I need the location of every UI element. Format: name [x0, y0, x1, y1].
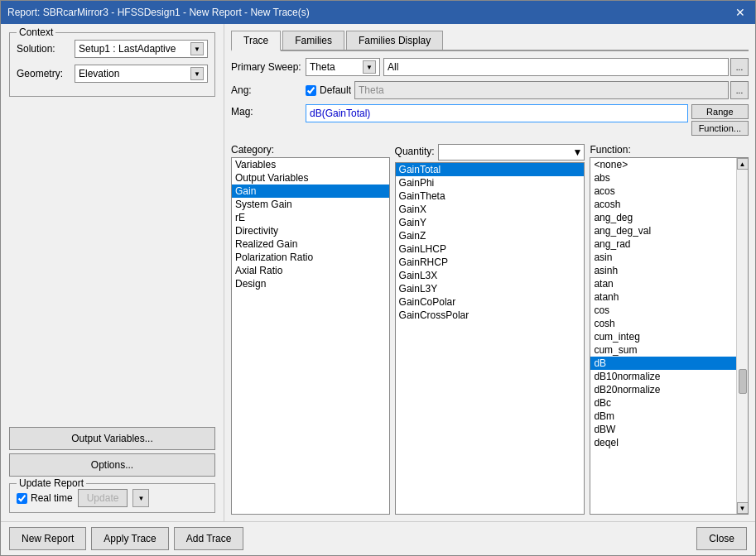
- ang-dots-button[interactable]: ...: [730, 81, 749, 99]
- close-button[interactable]: Close: [696, 527, 747, 550]
- list-item[interactable]: GainCrossPolar: [396, 309, 585, 322]
- list-item[interactable]: dBc: [590, 396, 736, 410]
- primary-sweep-all-field[interactable]: All: [383, 58, 729, 76]
- list-item[interactable]: Polarization Ratio: [232, 251, 389, 264]
- quantity-section: Quantity: ▼ GainTotalGainPhiGainThetaGai…: [395, 144, 585, 515]
- ang-default-checkbox[interactable]: [306, 85, 316, 96]
- list-item[interactable]: Output Variables: [232, 171, 389, 185]
- category-list[interactable]: VariablesOutput VariablesGainSystem Gain…: [232, 158, 389, 514]
- quantity-combo[interactable]: ▼: [438, 144, 585, 161]
- list-item[interactable]: cos: [590, 304, 736, 317]
- category-section: Category: VariablesOutput VariablesGainS…: [231, 144, 390, 515]
- scroll-thumb[interactable]: [739, 369, 747, 394]
- geometry-value: Elevation: [79, 68, 119, 79]
- list-item[interactable]: GainTotal: [396, 163, 585, 176]
- list-item[interactable]: dBm: [590, 410, 736, 423]
- output-variables-button[interactable]: Output Variables...: [9, 427, 215, 450]
- mag-field[interactable]: dB(GainTotal): [306, 104, 688, 122]
- list-item[interactable]: Axial Ratio: [232, 264, 389, 277]
- scroll-up-arrow[interactable]: ▲: [737, 158, 749, 170]
- update-button[interactable]: Update: [78, 489, 128, 507]
- solution-combo-arrow[interactable]: ▼: [190, 42, 204, 55]
- list-item[interactable]: dB: [590, 357, 736, 370]
- quantity-list[interactable]: GainTotalGainPhiGainThetaGainXGainYGainZ…: [396, 163, 585, 514]
- realtime-checkbox-label[interactable]: Real time: [17, 492, 73, 504]
- solution-combo[interactable]: Setup1 : LastAdaptive ▼: [75, 40, 208, 58]
- geometry-combo[interactable]: Elevation ▼: [75, 65, 208, 83]
- apply-trace-button[interactable]: Apply Trace: [91, 527, 168, 550]
- options-button[interactable]: Options...: [9, 453, 215, 477]
- list-item[interactable]: System Gain: [232, 198, 389, 211]
- mag-row: Mag: dB(GainTotal) Range Function...: [231, 104, 749, 136]
- primary-sweep-dots-button[interactable]: ...: [730, 58, 749, 76]
- list-item[interactable]: ang_rad: [590, 237, 736, 251]
- list-item[interactable]: Variables: [232, 158, 389, 171]
- list-item[interactable]: atan: [590, 277, 736, 290]
- list-item[interactable]: GainL3X: [396, 269, 585, 282]
- new-report-button[interactable]: New Report: [9, 527, 86, 550]
- list-item[interactable]: GainPhi: [396, 176, 585, 189]
- function-label: Function:: [590, 144, 749, 156]
- ang-default-checkbox-label[interactable]: Default: [306, 84, 351, 96]
- ang-default-label: Default: [320, 84, 351, 96]
- bottom-bar: New Report Apply Trace Add Trace Close: [1, 521, 755, 555]
- list-item[interactable]: atanh: [590, 290, 736, 304]
- primary-sweep-combo[interactable]: Theta ▼: [306, 58, 380, 76]
- primary-sweep-value: Theta: [310, 61, 335, 73]
- tab-families[interactable]: Families: [282, 31, 344, 50]
- geometry-label: Geometry:: [17, 68, 75, 79]
- list-item[interactable]: GainZ: [396, 229, 585, 242]
- tab-trace[interactable]: Trace: [231, 31, 281, 51]
- list-item[interactable]: rE: [232, 211, 389, 224]
- list-item[interactable]: asinh: [590, 264, 736, 277]
- primary-sweep-all-value: All: [388, 61, 398, 73]
- function-section: Function: <none>absacosacoshang_degang_d…: [590, 144, 749, 515]
- list-item[interactable]: Gain: [232, 185, 389, 198]
- close-icon[interactable]: ✕: [732, 6, 749, 19]
- solution-value: Setup1 : LastAdaptive: [79, 43, 176, 55]
- list-item[interactable]: GainL3Y: [396, 282, 585, 295]
- list-item[interactable]: asin: [590, 251, 736, 264]
- list-item[interactable]: cum_integ: [590, 330, 736, 343]
- list-item[interactable]: GainCoPolar: [396, 295, 585, 309]
- mag-value: dB(GainTotal): [310, 108, 370, 119]
- list-item[interactable]: GainY: [396, 216, 585, 229]
- list-item[interactable]: Directivity: [232, 224, 389, 237]
- quantity-header: Quantity: ▼: [395, 144, 585, 161]
- list-item[interactable]: acosh: [590, 198, 736, 211]
- quantity-list-wrapper: GainTotalGainPhiGainThetaGainXGainYGainZ…: [395, 162, 585, 515]
- list-item[interactable]: Design: [232, 277, 389, 290]
- list-item[interactable]: GainRHCP: [396, 256, 585, 269]
- function-list[interactable]: <none>absacosacoshang_degang_deg_valang_…: [590, 158, 736, 514]
- ang-field-value: Theta: [359, 84, 384, 96]
- list-item[interactable]: ang_deg_val: [590, 224, 736, 237]
- update-dropdown-arrow[interactable]: ▼: [132, 489, 149, 507]
- geometry-combo-arrow[interactable]: ▼: [190, 67, 204, 80]
- category-label: Category:: [231, 144, 390, 156]
- range-button[interactable]: Range: [691, 104, 749, 119]
- list-item[interactable]: dB10normalize: [590, 370, 736, 383]
- list-item[interactable]: GainX: [396, 203, 585, 216]
- realtime-checkbox[interactable]: [17, 493, 27, 504]
- tab-families-display[interactable]: Families Display: [346, 31, 443, 50]
- quantity-combo-arrow[interactable]: ▼: [573, 146, 583, 158]
- right-panel: Trace Families Families Display Primary …: [224, 24, 755, 521]
- list-item[interactable]: deqel: [590, 436, 736, 449]
- primary-sweep-arrow[interactable]: ▼: [363, 60, 376, 74]
- add-trace-button[interactable]: Add Trace: [174, 527, 244, 550]
- list-item[interactable]: dBW: [590, 423, 736, 436]
- category-list-wrapper: VariablesOutput VariablesGainSystem Gain…: [231, 157, 390, 515]
- function-button[interactable]: Function...: [691, 121, 749, 136]
- list-item[interactable]: cosh: [590, 317, 736, 330]
- list-item[interactable]: GainTheta: [396, 189, 585, 203]
- list-item[interactable]: GainLHCP: [396, 242, 585, 256]
- list-item[interactable]: cum_sum: [590, 343, 736, 357]
- list-item[interactable]: acos: [590, 185, 736, 198]
- list-item[interactable]: abs: [590, 171, 736, 185]
- list-item[interactable]: dB20normalize: [590, 383, 736, 396]
- realtime-label: Real time: [31, 492, 73, 504]
- list-item[interactable]: <none>: [590, 158, 736, 171]
- scroll-down-arrow[interactable]: ▼: [737, 502, 749, 514]
- list-item[interactable]: Realized Gain: [232, 237, 389, 251]
- list-item[interactable]: ang_deg: [590, 211, 736, 224]
